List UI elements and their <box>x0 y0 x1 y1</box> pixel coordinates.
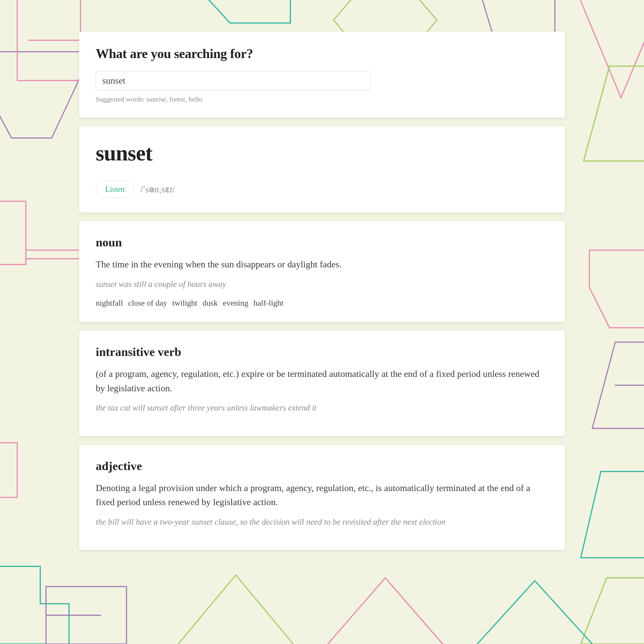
synonym-item: evening <box>223 298 248 308</box>
word-card: sunset Listen /ˈsənˌsɛt/ <box>79 126 565 212</box>
meaning-card: adjective Denoting a legal provision und… <box>79 445 565 550</box>
example-text: the bill will have a two-year sunset cla… <box>96 516 548 528</box>
suggested-words: Suggested words: sunrise, forest, hello <box>96 95 548 103</box>
definition-text: The time in the evening when the sun dis… <box>96 257 548 272</box>
example-text: the tax cut will sunset after three year… <box>96 402 548 414</box>
synonym-list: nightfall close of day twilight dusk eve… <box>96 298 548 308</box>
synonym-item: dusk <box>202 298 218 308</box>
example-text: sunset was still a couple of hours away <box>96 278 548 291</box>
meaning-card: intransitive verb (of a program, agency,… <box>79 331 565 436</box>
search-heading: What are you searching for? <box>96 46 548 61</box>
phonetic-row: Listen /ˈsənˌsɛt/ <box>96 181 548 198</box>
synonym-item: half-light <box>254 298 283 308</box>
part-of-speech: intransitive verb <box>96 345 548 359</box>
phonetic-text: /ˈsənˌsɛt/ <box>141 184 175 195</box>
synonym-item: twilight <box>172 298 197 308</box>
part-of-speech: noun <box>96 235 548 249</box>
definition-text: Denoting a legal provision under which a… <box>96 481 548 509</box>
part-of-speech: adjective <box>96 459 548 473</box>
word-title: sunset <box>96 141 548 166</box>
listen-button[interactable]: Listen <box>96 181 134 198</box>
synonym-item: nightfall <box>96 298 123 308</box>
meaning-card: noun The time in the evening when the su… <box>79 221 565 322</box>
definition-text: (of a program, agency, regulation, etc.)… <box>96 367 548 395</box>
search-input[interactable] <box>96 71 370 90</box>
search-card: What are you searching for? Suggested wo… <box>79 32 565 118</box>
synonym-item: close of day <box>128 298 167 308</box>
